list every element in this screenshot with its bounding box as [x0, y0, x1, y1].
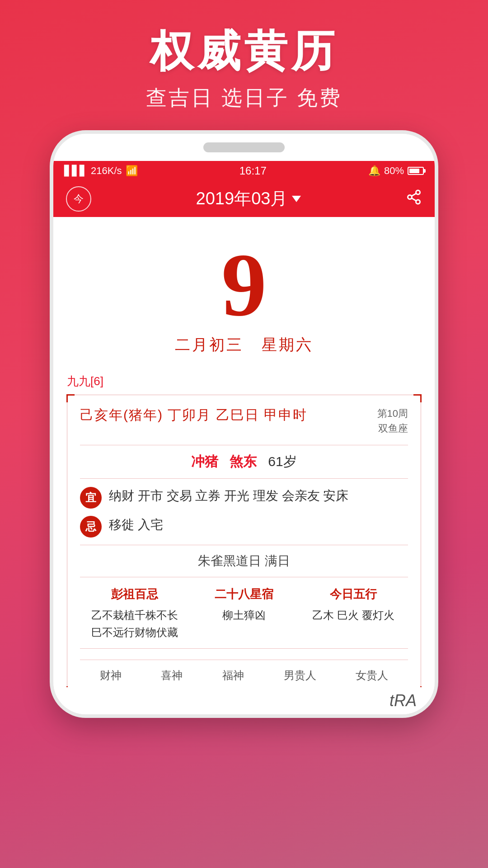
month-title-text: 2019年03月 [196, 187, 288, 210]
corner-tl [66, 394, 75, 402]
yi-ji-section: 宜 纳财 开市 交易 立券 开光 理发 会亲友 安床 忌 移徙 入宅 [80, 486, 408, 538]
svg-line-3 [412, 198, 416, 201]
col1-line2: 巳不远行财物伏藏 [80, 624, 189, 641]
bottom-item-1: 喜神 [161, 668, 183, 683]
calendar-content: 9 二月初三 星期六 九九[6] 己亥年(猪年) 丁卯月 乙巳日 甲申时 第10… [53, 217, 435, 714]
bottom-five-row: 财神 喜神 福神 男贵人 女贵人 [80, 660, 408, 683]
svg-line-4 [412, 193, 416, 196]
signal-speed: 216K/s [91, 165, 122, 177]
divider-3 [80, 545, 408, 545]
app-bottom-bar: tRA [53, 687, 435, 714]
col-28stars: 二十八星宿 柳土獐凶 [189, 586, 299, 642]
lunar-date: 二月初三 [175, 336, 244, 353]
chong-label: 冲猪 [191, 454, 218, 469]
ganzhi-zodiac: 双鱼座 [377, 421, 408, 436]
chong-row: 冲猪 煞东 61岁 [80, 453, 408, 471]
promo-subtitle: 查吉日 选日子 免费 [0, 84, 488, 112]
bottom-item-2: 福神 [222, 668, 244, 683]
ji-badge: 忌 [80, 516, 102, 538]
today-button[interactable]: 今 [66, 186, 91, 212]
col2-text: 柳土獐凶 [189, 607, 299, 624]
big-day-number: 9 [53, 240, 435, 330]
bottom-item-0: 财神 [100, 668, 122, 683]
info-card: 己亥年(猪年) 丁卯月 乙巳日 甲申时 第10周 双鱼座 冲猪 煞东 61岁 [67, 395, 421, 694]
phone-speaker [203, 142, 285, 152]
big-date-area: 9 二月初三 星期六 [53, 217, 435, 364]
col1-line1: 乙不栽植千株不长 [80, 607, 189, 624]
ji-text: 移徙 入宅 [109, 515, 408, 535]
status-right: 🔔 80% [368, 165, 424, 177]
nine-nine-label: 九九[6] [67, 373, 421, 389]
bottom-three-cols: 彭祖百忌 乙不栽植千株不长 巳不远行财物伏藏 二十八星宿 柳土獐凶 今日五行 乙… [80, 586, 408, 642]
divider-2 [80, 478, 408, 479]
alarm-icon: 🔔 [368, 165, 380, 177]
app-header: 今 2019年03月 [53, 181, 435, 217]
wifi-icon: 📶 [126, 165, 138, 177]
age-label: 61岁 [268, 454, 296, 469]
divider-5 [80, 648, 408, 649]
month-dropdown-arrow[interactable] [292, 196, 301, 202]
tra-text: tRA [389, 691, 417, 710]
promo-area: 权威黄历 查吉日 选日子 免费 [0, 0, 488, 130]
divider-4 [80, 577, 408, 577]
bottom-item-3: 男贵人 [284, 668, 316, 683]
black-day-row: 朱雀黑道日 满日 [80, 552, 408, 570]
promo-title: 权威黄历 [0, 27, 488, 75]
detail-section: 九九[6] 己亥年(猪年) 丁卯月 乙巳日 甲申时 第10周 双鱼座 [67, 373, 421, 694]
col-5elements: 今日五行 乙木 巳火 覆灯火 [299, 586, 408, 642]
yi-row: 宜 纳财 开市 交易 立券 开光 理发 会亲友 安床 [80, 486, 408, 509]
phone-top [53, 134, 435, 161]
ganzhi-side: 第10周 双鱼座 [377, 406, 408, 436]
ganzhi-week: 第10周 [377, 406, 408, 421]
divider-1 [80, 445, 408, 445]
ganzhi-row: 己亥年(猪年) 丁卯月 乙巳日 甲申时 第10周 双鱼座 [80, 406, 408, 436]
corner-tr [413, 394, 422, 402]
share-button[interactable] [406, 189, 422, 209]
col3-title: 今日五行 [299, 586, 408, 602]
phone-mockup: ▋▋▋ 216K/s 📶 16:17 🔔 80% 今 2019年03月 9 [50, 130, 438, 718]
signal-icon: ▋▋▋ [64, 165, 87, 177]
col-pengzu: 彭祖百忌 乙不栽植千株不长 巳不远行财物伏藏 [80, 586, 189, 642]
yi-badge: 宜 [80, 487, 102, 509]
battery-icon [408, 167, 424, 175]
col2-title: 二十八星宿 [189, 586, 299, 602]
battery-pct: 80% [384, 165, 404, 177]
weekday: 星期六 [262, 336, 313, 353]
bottom-item-4: 女贵人 [356, 668, 388, 683]
col1-title: 彭祖百忌 [80, 586, 189, 602]
ji-row: 忌 移徙 入宅 [80, 515, 408, 538]
status-time: 16:17 [239, 165, 267, 177]
yi-text: 纳财 开市 交易 立券 开光 理发 会亲友 安床 [109, 486, 408, 506]
ganzhi-main: 己亥年(猪年) 丁卯月 乙巳日 甲申时 [80, 406, 307, 425]
col3-text: 乙木 巳火 覆灯火 [299, 607, 408, 624]
status-bar: ▋▋▋ 216K/s 📶 16:17 🔔 80% [53, 161, 435, 181]
month-title[interactable]: 2019年03月 [196, 187, 301, 210]
lunar-day-line: 二月初三 星期六 [53, 335, 435, 355]
status-left: ▋▋▋ 216K/s 📶 [64, 165, 138, 177]
sha-label: 煞东 [230, 454, 257, 469]
